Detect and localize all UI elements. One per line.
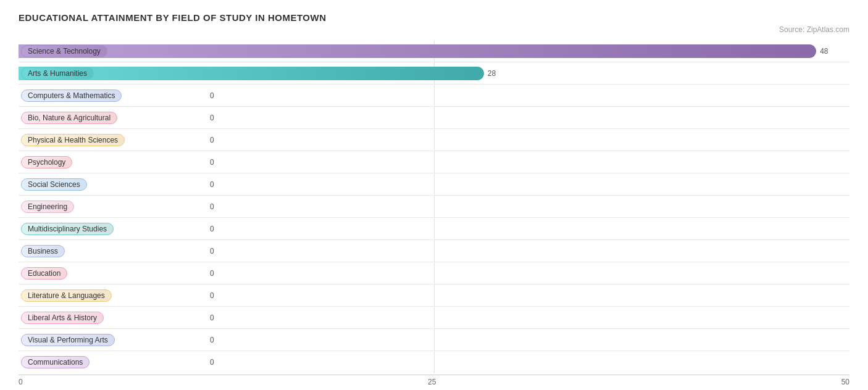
bar-row: Literature & Languages0 bbox=[19, 284, 849, 307]
bar-value: 0 bbox=[210, 336, 214, 344]
bar-row: Business0 bbox=[19, 240, 849, 262]
source-label: Source: ZipAtlas.com bbox=[19, 25, 849, 34]
bar-row: Education0 bbox=[19, 262, 849, 284]
bar-label: Literature & Languages bbox=[21, 289, 112, 302]
x-tick: 50 bbox=[841, 378, 849, 386]
bar-value: 0 bbox=[210, 225, 214, 233]
bar-label: Engineering bbox=[21, 201, 74, 213]
x-axis: 02550 bbox=[19, 375, 849, 386]
bar-label: Bio, Nature & Agricultural bbox=[21, 112, 117, 124]
bar-label: Multidisciplinary Studies bbox=[21, 223, 114, 235]
bar-row: Science & Technology48 bbox=[19, 40, 849, 62]
bar-value: 0 bbox=[210, 114, 214, 122]
bar-row: Physical & Health Sciences0 bbox=[19, 129, 849, 151]
bar-label: Computers & Mathematics bbox=[21, 89, 122, 102]
bar-row: Computers & Mathematics0 bbox=[19, 85, 849, 107]
bar-row: Liberal Arts & History0 bbox=[19, 307, 849, 329]
bar-value: 0 bbox=[210, 180, 214, 189]
bar-row: Social Sciences0 bbox=[19, 173, 849, 196]
bar-label: Visual & Performing Arts bbox=[21, 334, 115, 346]
bar-row: Psychology0 bbox=[19, 151, 849, 173]
chart-title: EDUCATIONAL ATTAINMENT BY FIELD OF STUDY… bbox=[19, 12, 849, 23]
x-tick: 25 bbox=[428, 378, 436, 386]
bar-value: 0 bbox=[210, 247, 214, 255]
bar-label: Liberal Arts & History bbox=[21, 312, 104, 324]
chart-container: Science & Technology48Arts & Humanities2… bbox=[19, 40, 849, 386]
bar-value: 0 bbox=[210, 358, 214, 367]
bar-value: 0 bbox=[210, 291, 214, 300]
x-tick: 0 bbox=[19, 378, 23, 386]
bar-label: Education bbox=[21, 267, 67, 280]
bar-row: Communications0 bbox=[19, 351, 849, 373]
bar-label: Science & Technology bbox=[21, 45, 107, 57]
bar-label: Social Sciences bbox=[21, 178, 87, 191]
bar-value: 28 bbox=[488, 69, 496, 78]
bar-value: 0 bbox=[210, 136, 214, 144]
bar-label: Psychology bbox=[21, 156, 72, 168]
bar-value: 0 bbox=[210, 313, 214, 322]
bar-value: 0 bbox=[210, 202, 214, 211]
bar-label: Physical & Health Sciences bbox=[21, 134, 125, 146]
bar-value: 0 bbox=[210, 269, 214, 278]
bar-value: 0 bbox=[210, 158, 214, 167]
bar-label: Business bbox=[21, 245, 65, 257]
bar-row: Multidisciplinary Studies0 bbox=[19, 218, 849, 240]
bar-row: Visual & Performing Arts0 bbox=[19, 329, 849, 351]
bar-value: 0 bbox=[210, 91, 214, 100]
bar-row: Arts & Humanities28 bbox=[19, 62, 849, 85]
bar-label: Arts & Humanities bbox=[21, 67, 94, 80]
bar-row: Bio, Nature & Agricultural0 bbox=[19, 107, 849, 129]
bar-label: Communications bbox=[21, 356, 90, 368]
bar-row: Engineering0 bbox=[19, 196, 849, 218]
bar-value: 48 bbox=[820, 47, 828, 56]
bar-fill bbox=[19, 44, 816, 58]
